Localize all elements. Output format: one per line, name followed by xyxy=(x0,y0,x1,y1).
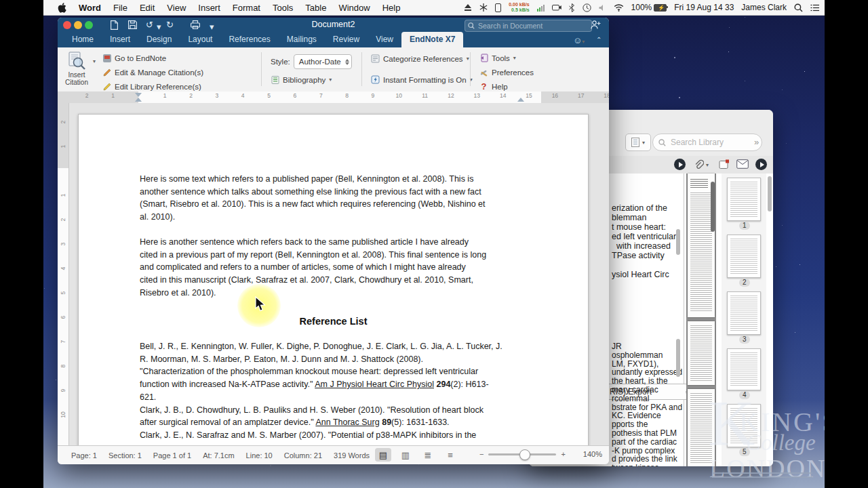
eject-icon[interactable] xyxy=(464,4,472,12)
scrollbar-thumb[interactable] xyxy=(676,339,680,377)
status-item[interactable]: Column: 21 xyxy=(284,451,322,460)
apple-icon[interactable] xyxy=(58,3,66,13)
menu-item[interactable]: Insert xyxy=(198,3,220,13)
document-page[interactable]: Here is some text which refers to a publ… xyxy=(78,114,589,446)
status-item[interactable]: Section: 1 xyxy=(108,451,142,460)
layout-dropdown-button[interactable]: ▾ xyxy=(625,134,651,151)
next-reference-button[interactable] xyxy=(755,159,767,170)
horizontal-ruler[interactable]: 21123456789101112131415161718 xyxy=(58,92,609,104)
ribbon-tab[interactable]: Layout xyxy=(180,32,220,47)
document-search-input[interactable] xyxy=(477,21,574,30)
menu-item[interactable]: Tools xyxy=(273,3,293,13)
menu-item[interactable]: View xyxy=(167,3,186,13)
menu-item[interactable]: Word xyxy=(79,3,101,13)
network-bars-icon[interactable] xyxy=(537,4,545,12)
menu-item[interactable]: Table xyxy=(305,3,326,13)
ribbon-tab[interactable]: EndNote X7 xyxy=(401,32,463,47)
zoom-percentage[interactable]: 140% xyxy=(583,450,602,458)
menu-item[interactable]: Window xyxy=(338,3,370,13)
network-speed[interactable]: 0.00 kB/s 0.5 kB/s xyxy=(509,2,529,13)
outline-view-icon[interactable]: ≣ xyxy=(420,448,436,462)
camera-icon[interactable] xyxy=(552,4,561,11)
ribbon-tab[interactable]: Home xyxy=(64,32,102,47)
status-item[interactable]: Page 1 of 1 xyxy=(153,451,191,460)
pdf-preview-column[interactable] xyxy=(686,174,716,466)
document-search-field[interactable] xyxy=(465,20,592,32)
bibliography-icon xyxy=(271,75,279,84)
endnote-ribbon: Insert Citation ▾ Go to EndNote Edit & M… xyxy=(58,47,609,92)
status-item[interactable]: Page: 1 xyxy=(71,451,97,460)
ribbon-tab[interactable]: Design xyxy=(138,32,180,47)
toolbar-expand-button[interactable]: » xyxy=(754,137,759,147)
zoom-slider-knob[interactable] xyxy=(519,449,530,460)
zoom-slider[interactable] xyxy=(488,453,556,455)
bibliography-button[interactable]: Bibliography ▾ xyxy=(271,75,332,84)
edit-manage-citations-button[interactable]: Edit & Manage Citation(s) xyxy=(102,68,203,77)
ribbon-tab[interactable]: Mailings xyxy=(279,32,325,47)
menu-item[interactable]: Edit xyxy=(140,3,155,13)
user-menu[interactable]: James Clark xyxy=(741,3,787,12)
status-item[interactable]: At: 7.1cm xyxy=(203,451,234,460)
instant-formatting-button[interactable]: Instant Formatting is On ▾ xyxy=(371,75,473,84)
notebook-layout-view-icon[interactable]: ▥ xyxy=(397,448,414,462)
status-item[interactable]: Line: 10 xyxy=(246,451,273,460)
vertical-ruler[interactable]: 21 12345678910 xyxy=(58,103,69,446)
share-icon[interactable] xyxy=(591,20,601,29)
bluetooth-icon[interactable] xyxy=(569,3,575,12)
scrollbar-thumb[interactable] xyxy=(768,176,772,211)
library-search-input[interactable] xyxy=(669,137,740,148)
spotlight-icon[interactable] xyxy=(794,3,803,12)
ribbon-tab[interactable]: Insert xyxy=(102,32,138,47)
time-machine-icon[interactable] xyxy=(583,3,591,12)
library-search-field[interactable] xyxy=(652,134,762,151)
collapse-ribbon-icon[interactable]: ⌃ xyxy=(596,36,601,43)
menu-item[interactable]: Help xyxy=(382,3,401,13)
email-icon[interactable] xyxy=(736,159,749,169)
ribbon-tab[interactable]: Review xyxy=(325,32,368,47)
feedback-smiley-icon[interactable]: ☺▾ xyxy=(573,35,585,45)
style-dropdown[interactable]: Author-Date xyxy=(294,54,352,69)
chevron-down-icon[interactable]: ▾ xyxy=(93,58,96,64)
document-area[interactable]: 21 12345678910 Here is some text which r… xyxy=(58,103,609,446)
word-window: ↺ ▾ ↻ ▾ Document2 HomeInsertDesignLayout… xyxy=(58,18,609,464)
insert-citation-button[interactable]: Insert Citation xyxy=(62,51,92,89)
zoom-in-icon[interactable]: + xyxy=(561,450,565,458)
reference-abstract-text: JRospholemmanLM, FXYD1),undantly express… xyxy=(612,342,682,466)
battery-status[interactable]: 100% ⚡ xyxy=(631,3,667,12)
page-thumbnail[interactable] xyxy=(727,178,761,221)
tools-button[interactable]: Tools ▾ xyxy=(479,54,516,62)
draft-view-icon[interactable]: ≡ xyxy=(442,448,458,462)
first-line-indent-marker[interactable] xyxy=(135,93,142,97)
snowflake-icon[interactable] xyxy=(479,3,488,12)
status-item[interactable]: 319 Words xyxy=(334,451,370,460)
chevron-down-icon[interactable]: ▾ xyxy=(706,162,709,168)
menu-clock[interactable]: Fri 19 Aug 14 33 xyxy=(674,3,734,12)
hanging-indent-marker[interactable] xyxy=(135,98,142,102)
page-thumbnail[interactable] xyxy=(727,404,761,447)
scrollbar-thumb[interactable] xyxy=(676,229,680,255)
wifi-icon[interactable] xyxy=(614,4,624,12)
print-layout-view-icon[interactable]: ▤ xyxy=(375,448,391,462)
volume-muted-icon[interactable] xyxy=(599,4,606,12)
page-thumbnail[interactable] xyxy=(727,291,761,335)
preferences-button[interactable]: Preferences xyxy=(479,68,534,77)
device-icon[interactable] xyxy=(495,3,501,12)
open-pdf-icon[interactable] xyxy=(719,159,730,169)
zoom-out-icon[interactable]: − xyxy=(479,450,484,458)
edit-library-reference-button[interactable]: Edit Library Reference(s) xyxy=(102,82,201,91)
menu-item[interactable]: Format xyxy=(233,3,260,13)
attachment-icon[interactable] xyxy=(693,159,704,170)
previous-reference-button[interactable] xyxy=(674,159,686,170)
ribbon-tab[interactable]: References xyxy=(220,32,278,47)
help-button[interactable]: ? Help xyxy=(479,82,508,91)
page-thumbnail[interactable] xyxy=(727,348,761,390)
go-to-endnote-button[interactable]: Go to EndNote xyxy=(102,54,166,62)
word-title-bar[interactable]: ↺ ▾ ↻ ▾ Document2 xyxy=(58,18,609,33)
right-indent-marker[interactable] xyxy=(517,98,524,102)
categorize-references-button[interactable]: Categorize References ▾ xyxy=(371,54,469,63)
ribbon-tab[interactable]: View xyxy=(368,32,401,47)
page-thumbnail[interactable] xyxy=(727,235,761,278)
scrollbar-thumb[interactable] xyxy=(711,182,715,232)
notification-center-icon[interactable] xyxy=(810,4,819,12)
menu-item[interactable]: File xyxy=(113,3,127,13)
